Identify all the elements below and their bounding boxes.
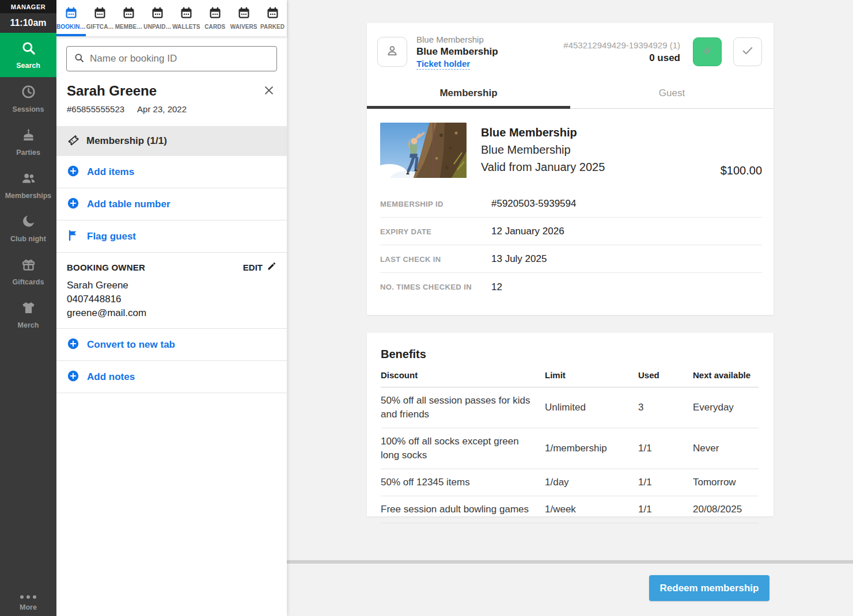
ticket-used-count: 0 used xyxy=(563,52,680,64)
plus-circle-icon xyxy=(67,197,79,212)
sidebar-item-label: Memberships xyxy=(5,192,52,200)
calendar-icon xyxy=(151,7,164,21)
search-icon xyxy=(21,40,36,58)
sidebar-item-more[interactable]: More xyxy=(0,595,56,611)
sign-button[interactable] xyxy=(693,37,722,66)
membership-photo xyxy=(380,123,467,178)
calendar-icon xyxy=(267,7,279,21)
detail-tabs: Membership Guest xyxy=(367,80,774,109)
sidebar-item-merch[interactable]: Merch xyxy=(0,293,56,336)
owner-phone: 0407448816 xyxy=(67,292,276,306)
booking-panel: BOOKIN… GIFTCA… MEMBE… UNPAID… WALLETS C… xyxy=(56,0,287,616)
tab-guest[interactable]: Guest xyxy=(570,80,774,109)
detail-row: LAST CHECK IN 13 July 2025 xyxy=(380,245,762,273)
benefits-card: Benefits Discount Limit Used Next availa… xyxy=(367,333,774,516)
tab-memberships[interactable]: MEMBE… xyxy=(115,0,143,36)
calendar-icon xyxy=(180,7,192,21)
clock-icon xyxy=(21,84,36,102)
membership-section-row[interactable]: Membership (1/1) xyxy=(56,126,287,156)
tab-membership[interactable]: Membership xyxy=(367,80,570,109)
sidebar-item-sessions[interactable]: Sessions xyxy=(0,77,56,120)
search-icon xyxy=(74,52,85,66)
sidebar: MANAGER 11:10am Search Sessions Parties … xyxy=(0,0,56,616)
ticket-reference: #453212949429-19394929 (1) xyxy=(563,39,680,52)
plus-circle-icon xyxy=(67,165,79,180)
guest-name: Sarah Greene xyxy=(67,83,157,99)
convert-to-new-tab-button[interactable]: Convert to new tab xyxy=(56,329,287,361)
membership-section-label: Membership (1/1) xyxy=(86,135,167,147)
booking-id: #65855555523 xyxy=(67,104,124,114)
manager-badge: MANAGER xyxy=(0,0,56,13)
booking-owner-section: BOOKING OWNER EDIT Sarah Greene 04074488… xyxy=(56,253,287,329)
cake-icon xyxy=(21,127,36,145)
sidebar-item-label: Search xyxy=(16,62,40,70)
membership-price: $100.00 xyxy=(721,164,762,178)
benefits-title: Benefits xyxy=(381,348,759,361)
tab-waivers[interactable]: WAIVERS xyxy=(229,0,258,36)
ticket-holder-link[interactable]: Ticket holder xyxy=(416,58,470,70)
guest-search-field[interactable] xyxy=(66,46,277,71)
flag-guest-button[interactable]: Flag guest xyxy=(56,220,287,253)
tab-parked[interactable]: PARKED xyxy=(258,0,287,36)
ticket-holder-button[interactable] xyxy=(377,37,407,67)
tab-cards[interactable]: CARDS xyxy=(200,0,229,36)
add-items-button[interactable]: Add items xyxy=(56,156,287,188)
detail-row: MEMBERSHIP ID #5920503-5939594 xyxy=(380,190,762,218)
sidebar-item-parties[interactable]: Parties xyxy=(0,120,56,163)
table-row: 100% off all socks except green long soc… xyxy=(381,428,759,469)
detail-row: EXPIRY DATE 12 January 2026 xyxy=(380,218,762,245)
benefits-table: Discount Limit Used Next available 50% o… xyxy=(381,370,759,523)
sidebar-item-label: Giftcards xyxy=(13,278,44,286)
calendar-icon xyxy=(209,7,221,21)
top-tabbar: BOOKIN… GIFTCA… MEMBE… UNPAID… WALLETS C… xyxy=(56,0,287,36)
owner-name: Sarah Greene xyxy=(67,279,276,292)
people-icon xyxy=(21,170,36,188)
calendar-icon xyxy=(238,7,250,21)
owner-email: greene@mail.com xyxy=(67,306,276,320)
search-input[interactable] xyxy=(90,53,270,64)
gift-icon xyxy=(21,257,36,275)
tab-wallets[interactable]: WALLETS xyxy=(172,0,200,36)
flag-icon xyxy=(67,229,79,244)
sidebar-item-label: Club night xyxy=(10,235,46,243)
ticket-product: Blue Membership xyxy=(416,33,498,45)
pencil-icon xyxy=(267,261,276,273)
sidebar-item-search[interactable]: Search xyxy=(0,33,56,77)
booking-date: Apr 23, 2022 xyxy=(137,104,187,114)
footer-divider xyxy=(287,560,853,564)
check-icon xyxy=(741,44,755,60)
membership-valid-from: Valid from January 2025 xyxy=(481,158,605,176)
person-icon xyxy=(385,43,400,60)
ticket-name: Blue Membership xyxy=(416,45,498,58)
sidebar-item-label: Sessions xyxy=(13,105,44,113)
sidebar-item-label: Merch xyxy=(18,321,39,329)
calendar-icon xyxy=(94,7,106,21)
sidebar-item-label: More xyxy=(20,603,37,611)
detail-row: NO. TIMES CHECKED IN 12 xyxy=(380,273,762,301)
table-row: 50% off 12345 items 1/day 1/1 Tomorrow xyxy=(381,469,759,496)
membership-title: Blue Membership xyxy=(481,124,605,141)
sidebar-item-label: Parties xyxy=(16,149,40,157)
membership-subtitle: Blue Membership xyxy=(481,141,605,158)
sidebar-item-club-night[interactable]: Club night xyxy=(0,207,56,250)
sidebar-item-memberships[interactable]: Memberships xyxy=(0,163,56,207)
calendar-icon xyxy=(65,7,77,21)
check-in-button[interactable] xyxy=(733,37,762,66)
pen-nib-icon xyxy=(700,44,714,60)
table-row: Free session adult bowling games 1/week … xyxy=(381,496,759,523)
tab-unpaid[interactable]: UNPAID… xyxy=(143,0,172,36)
table-row: 50% off all session passes for kids and … xyxy=(381,387,759,428)
add-table-number-button[interactable]: Add table number xyxy=(56,188,287,220)
moon-icon xyxy=(21,214,36,231)
sidebar-item-giftcards[interactable]: Giftcards xyxy=(0,250,56,293)
tab-bookings[interactable]: BOOKIN… xyxy=(56,0,86,36)
tab-giftcards[interactable]: GIFTCA… xyxy=(86,0,115,36)
close-icon[interactable] xyxy=(263,84,276,98)
edit-owner-button[interactable]: EDIT xyxy=(243,261,276,273)
add-notes-button[interactable]: Add notes xyxy=(56,361,287,393)
membership-details: MEMBERSHIP ID #5920503-5939594 EXPIRY DA… xyxy=(380,190,762,301)
redeem-membership-button[interactable]: Redeem membership xyxy=(649,575,769,601)
benefits-header-row: Discount Limit Used Next available xyxy=(381,370,759,387)
calendar-icon xyxy=(123,7,135,21)
ticket-card: Blue Membership Blue Membership Ticket h… xyxy=(367,23,774,315)
